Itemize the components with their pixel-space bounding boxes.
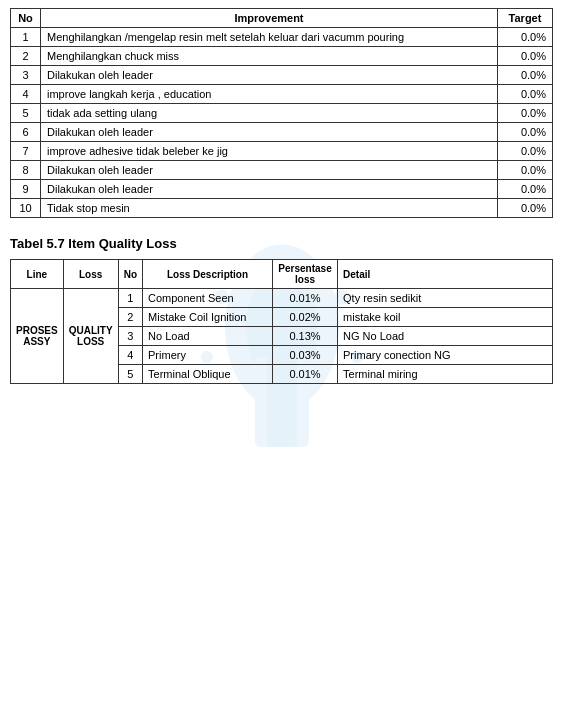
quality-col-loss: Loss (63, 260, 118, 289)
cell-description: Component Seen (143, 289, 273, 308)
row-no: 2 (11, 47, 41, 66)
cell-no: 4 (118, 346, 142, 365)
cell-no: 1 (118, 289, 142, 308)
improvement-col-improvement: Improvement (41, 9, 498, 28)
row-target: 0.0% (498, 104, 553, 123)
table-row: 7 improve adhesive tidak beleber ke jig … (11, 142, 553, 161)
row-no: 6 (11, 123, 41, 142)
table-row: 4 improve langkah kerja , education 0.0% (11, 85, 553, 104)
cell-description: Terminal Oblique (143, 365, 273, 384)
row-target: 0.0% (498, 142, 553, 161)
cell-detail: mistake koil (338, 308, 553, 327)
table-row: 6 Dilakukan oleh leader 0.0% (11, 123, 553, 142)
quality-col-line: Line (11, 260, 64, 289)
row-improvement: Dilakukan oleh leader (41, 66, 498, 85)
row-improvement: improve adhesive tidak beleber ke jig (41, 142, 498, 161)
row-improvement: Dilakukan oleh leader (41, 161, 498, 180)
table-row: 5 tidak ada setting ulang 0.0% (11, 104, 553, 123)
table-row: PROSESASSY QUALITYLOSS 1 Component Seen … (11, 289, 553, 308)
cell-no: 2 (118, 308, 142, 327)
cell-persentase: 0.03% (273, 346, 338, 365)
row-target: 0.0% (498, 123, 553, 142)
row-no: 5 (11, 104, 41, 123)
row-no: 7 (11, 142, 41, 161)
row-no: 3 (11, 66, 41, 85)
cell-persentase: 0.01% (273, 289, 338, 308)
table-row: 9 Dilakukan oleh leader 0.0% (11, 180, 553, 199)
quality-loss-table: Line Loss No Loss Description Persentase… (10, 259, 553, 384)
improvement-table: No Improvement Target 1 Menghilangkan /m… (10, 8, 553, 218)
cell-persentase: 0.01% (273, 365, 338, 384)
row-improvement: Menghilangkan chuck miss (41, 47, 498, 66)
cell-description: Primery (143, 346, 273, 365)
cell-line: PROSESASSY (11, 289, 64, 384)
section-title: Tabel 5.7 Item Quality Loss (10, 236, 553, 251)
row-target: 0.0% (498, 66, 553, 85)
row-improvement: Menghilangkan /mengelap resin melt setel… (41, 28, 498, 47)
cell-detail: Terminal miring (338, 365, 553, 384)
table-row: 10 Tidak stop mesin 0.0% (11, 199, 553, 218)
cell-loss-type: QUALITYLOSS (63, 289, 118, 384)
cell-persentase: 0.02% (273, 308, 338, 327)
row-no: 8 (11, 161, 41, 180)
row-improvement: Tidak stop mesin (41, 199, 498, 218)
quality-col-no: No (118, 260, 142, 289)
table-row: 3 Dilakukan oleh leader 0.0% (11, 66, 553, 85)
table-row: 8 Dilakukan oleh leader 0.0% (11, 161, 553, 180)
cell-detail: Primary conection NG (338, 346, 553, 365)
row-no: 4 (11, 85, 41, 104)
cell-no: 5 (118, 365, 142, 384)
cell-persentase: 0.13% (273, 327, 338, 346)
cell-no: 3 (118, 327, 142, 346)
row-target: 0.0% (498, 47, 553, 66)
cell-description: No Load (143, 327, 273, 346)
row-target: 0.0% (498, 180, 553, 199)
row-improvement: Dilakukan oleh leader (41, 180, 498, 199)
row-no: 10 (11, 199, 41, 218)
improvement-col-no: No (11, 9, 41, 28)
quality-col-detail: Detail (338, 260, 553, 289)
row-target: 0.0% (498, 199, 553, 218)
cell-detail: Qty resin sedikit (338, 289, 553, 308)
main-content: No Improvement Target 1 Menghilangkan /m… (0, 0, 563, 392)
cell-detail: NG No Load (338, 327, 553, 346)
quality-col-desc: Loss Description (143, 260, 273, 289)
row-improvement: improve langkah kerja , education (41, 85, 498, 104)
cell-description: Mistake Coil Ignition (143, 308, 273, 327)
row-improvement: tidak ada setting ulang (41, 104, 498, 123)
row-target: 0.0% (498, 85, 553, 104)
row-no: 1 (11, 28, 41, 47)
row-no: 9 (11, 180, 41, 199)
quality-col-persen: Persentase loss (273, 260, 338, 289)
row-target: 0.0% (498, 28, 553, 47)
improvement-col-target: Target (498, 9, 553, 28)
table-row: 1 Menghilangkan /mengelap resin melt set… (11, 28, 553, 47)
row-target: 0.0% (498, 161, 553, 180)
row-improvement: Dilakukan oleh leader (41, 123, 498, 142)
table-row: 2 Menghilangkan chuck miss 0.0% (11, 47, 553, 66)
